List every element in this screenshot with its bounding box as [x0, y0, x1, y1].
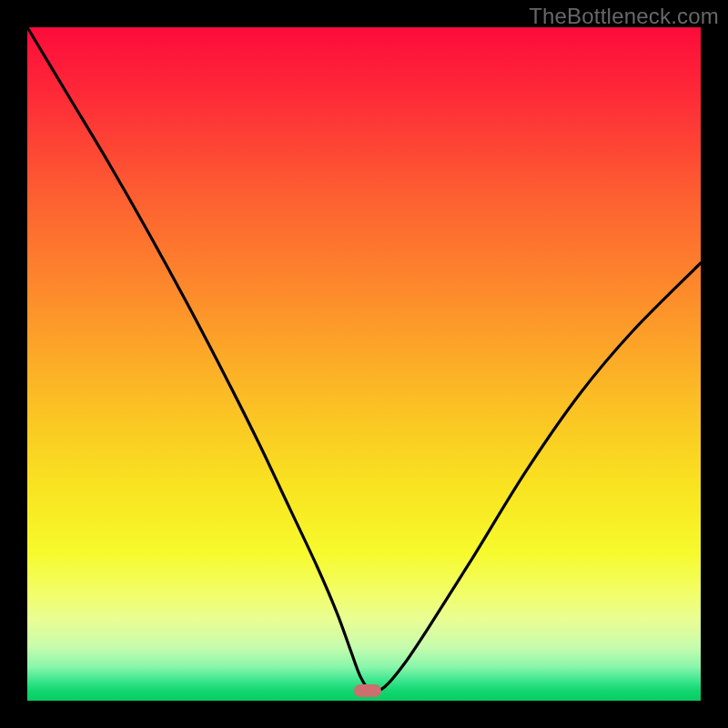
chart-container: TheBottleneck.com: [0, 0, 728, 728]
bottleneck-curve: [27, 27, 701, 701]
attribution-text: TheBottleneck.com: [529, 4, 719, 29]
plot-area: [27, 27, 701, 701]
optimal-marker: [354, 684, 381, 697]
